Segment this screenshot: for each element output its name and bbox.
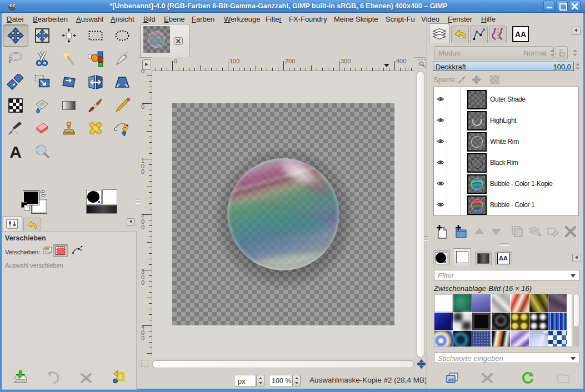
svg-text:A: A	[9, 143, 22, 160]
